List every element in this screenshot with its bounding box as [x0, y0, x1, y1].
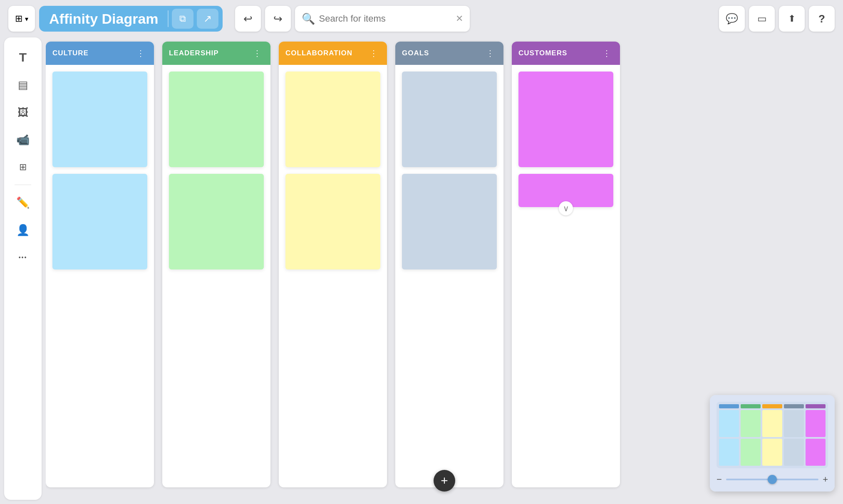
column-customers: CUSTOMERS ⋮ ∨: [512, 42, 620, 487]
search-input[interactable]: [319, 13, 451, 24]
grid-icon: ⊞: [15, 13, 22, 24]
minimap-header: [784, 404, 804, 408]
column-header-culture: CULTURE ⋮: [46, 42, 154, 65]
column-label-customers: CUSTOMERS: [518, 49, 567, 57]
sticky-note[interactable]: [402, 72, 497, 167]
board-button[interactable]: ▭: [749, 6, 775, 32]
toolbar-right: 💬 ▭ ⬆ ?: [719, 6, 835, 32]
minimap-note: [762, 439, 782, 466]
video-tool-button[interactable]: 📹: [11, 128, 35, 151]
upload-button[interactable]: ⬆: [779, 6, 805, 32]
sticky-note[interactable]: [518, 72, 613, 167]
sidebar: T ▤ 🖼 📹 ⊞ ✏️ 👤 •••: [4, 37, 42, 500]
image-tool-button[interactable]: 🖼: [11, 101, 35, 124]
zoom-in-button[interactable]: +: [823, 474, 828, 485]
minimap-col-collaboration: [762, 404, 782, 466]
more-tools-button[interactable]: •••: [11, 246, 35, 269]
minimap-note: [741, 410, 761, 437]
help-button[interactable]: ?: [809, 6, 835, 32]
minimap-col-culture: [719, 404, 739, 466]
sticky-note[interactable]: [52, 72, 147, 167]
more-icon: •••: [19, 254, 27, 261]
canvas: CULTURE ⋮ LEADERSHIP ⋮: [46, 37, 843, 504]
minimap-panel: − +: [710, 395, 835, 492]
comment-button[interactable]: 💬: [719, 6, 745, 32]
video-icon: 📹: [16, 133, 30, 146]
minimap-note: [719, 410, 739, 437]
minimap-note: [806, 410, 826, 437]
copy-icon: ⧉: [179, 13, 186, 24]
text-icon: T: [19, 50, 27, 64]
expand-chevron-button[interactable]: ∨: [563, 203, 569, 213]
column-body-leadership: [162, 65, 270, 487]
draw-icon: ✏️: [16, 196, 30, 209]
person-tool-button[interactable]: 👤: [11, 218, 35, 242]
minimap-header: [719, 404, 739, 408]
share-icon: ↗: [203, 13, 212, 25]
add-icon: +: [441, 474, 448, 488]
share-button[interactable]: ↗: [197, 9, 218, 29]
text-tool-button[interactable]: T: [11, 46, 35, 69]
minimap-note: [784, 439, 804, 466]
column-menu-culture[interactable]: ⋮: [134, 47, 147, 59]
draw-tool-button[interactable]: ✏️: [11, 191, 35, 214]
table-tool-button[interactable]: ⊞: [11, 156, 35, 179]
column-menu-collaboration[interactable]: ⋮: [367, 47, 380, 59]
card-tool-button[interactable]: ▤: [11, 73, 35, 96]
column-leadership: LEADERSHIP ⋮: [162, 42, 270, 487]
minimap-note: [741, 439, 761, 466]
help-icon: ?: [818, 12, 825, 25]
column-header-leadership: LEADERSHIP ⋮: [162, 42, 270, 65]
column-culture: CULTURE ⋮: [46, 42, 154, 487]
sticky-note[interactable]: [285, 174, 380, 269]
sticky-note[interactable]: [52, 174, 147, 269]
minimap-note: [806, 439, 826, 466]
title-divider: [168, 10, 169, 27]
column-body-culture: [46, 65, 154, 487]
search-area: 🔍 ✕: [295, 6, 470, 32]
sticky-note[interactable]: [169, 174, 264, 269]
minimap-note: [762, 410, 782, 437]
zoom-control: − +: [717, 474, 828, 485]
add-item-button[interactable]: +: [434, 470, 455, 492]
chevron-down-icon: ▾: [25, 15, 28, 23]
column-collaboration: COLLABORATION ⋮: [279, 42, 387, 487]
minimap-note: [719, 439, 739, 466]
person-icon: 👤: [16, 224, 30, 237]
column-header-collaboration: COLLABORATION ⋮: [279, 42, 387, 65]
column-label-leadership: LEADERSHIP: [169, 49, 219, 57]
redo-button[interactable]: ↪: [265, 6, 291, 32]
upload-icon: ⬆: [788, 13, 796, 24]
diagram-title: Affinity Diagram: [43, 11, 164, 27]
column-body-customers: ∨: [512, 65, 620, 487]
column-body-collaboration: [279, 65, 387, 487]
undo-icon: ↩: [243, 12, 253, 25]
card-icon: ▤: [18, 79, 28, 91]
copy-button[interactable]: ⧉: [172, 9, 193, 29]
column-header-goals: GOALS ⋮: [395, 42, 503, 65]
column-label-collaboration: COLLABORATION: [285, 49, 352, 57]
board-icon: ▭: [757, 13, 767, 25]
column-header-customers: CUSTOMERS ⋮: [512, 42, 620, 65]
sticky-note[interactable]: [285, 72, 380, 167]
column-menu-customers[interactable]: ⋮: [600, 47, 613, 59]
grid-view-button[interactable]: ⊞ ▾: [8, 6, 35, 32]
sticky-note[interactable]: [402, 174, 497, 269]
redo-icon: ↪: [273, 12, 283, 25]
minimap-canvas: [717, 402, 828, 468]
column-body-goals: [395, 65, 503, 487]
column-menu-goals[interactable]: ⋮: [483, 47, 497, 59]
column-label-culture: CULTURE: [52, 49, 89, 57]
minimap-header: [806, 404, 826, 408]
comment-icon: 💬: [726, 13, 738, 25]
sticky-note[interactable]: [169, 72, 264, 167]
zoom-out-button[interactable]: −: [717, 474, 722, 485]
minimap-col-goals: [784, 404, 804, 466]
minimap-col-customers: [806, 404, 826, 466]
undo-button[interactable]: ↩: [235, 6, 261, 32]
column-menu-leadership[interactable]: ⋮: [250, 47, 264, 59]
search-clear-button[interactable]: ✕: [456, 13, 463, 24]
sidebar-divider: [15, 185, 31, 185]
minimap-header: [762, 404, 782, 408]
zoom-slider[interactable]: [726, 479, 818, 480]
